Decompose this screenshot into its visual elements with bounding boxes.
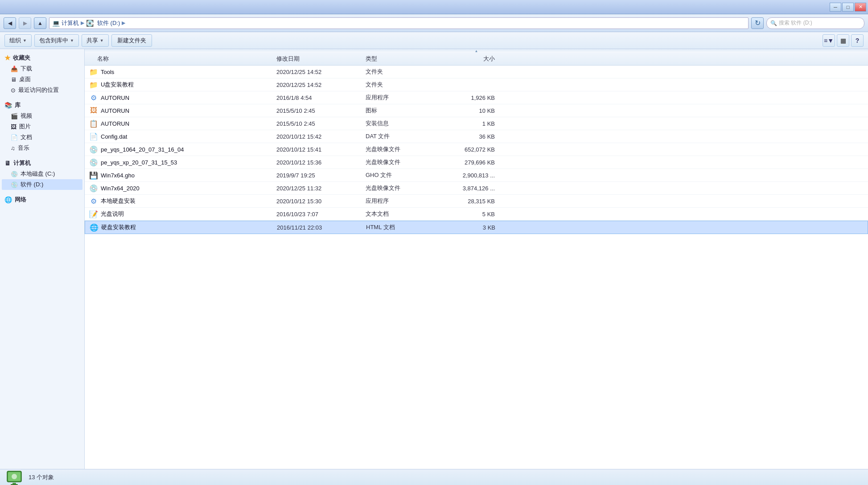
share-button[interactable]: 共享 ▼ bbox=[82, 34, 109, 47]
file-name: Tools bbox=[101, 69, 114, 75]
file-type: 应用程序 bbox=[366, 94, 446, 102]
table-row[interactable]: ⚙ 本地硬盘安装 2020/10/12 15:30 应用程序 28,315 KB bbox=[85, 195, 868, 208]
file-date: 2016/11/21 22:03 bbox=[277, 224, 366, 231]
organize-dropdown-icon: ▼ bbox=[23, 38, 27, 43]
table-row[interactable]: 📋 AUTORUN 2015/5/10 2:45 安装信息 1 KB bbox=[85, 117, 868, 130]
file-date: 2015/5/10 2:45 bbox=[276, 107, 366, 114]
status-app-icon bbox=[6, 469, 22, 485]
library-label: 库 bbox=[15, 101, 21, 109]
table-row[interactable]: 💿 Win7x64_2020 2020/12/25 11:32 光盘映像文件 3… bbox=[85, 182, 868, 195]
sidebar-item-image[interactable]: 🖼 图片 bbox=[2, 121, 82, 132]
col-header-type[interactable]: 类型 bbox=[366, 55, 446, 63]
video-icon: 🎬 bbox=[11, 113, 18, 119]
sidebar-section-title-library[interactable]: 📚 库 bbox=[2, 100, 82, 111]
file-size: 36 KB bbox=[446, 133, 504, 140]
search-bar[interactable]: 🔍 搜索 软件 (D:) bbox=[766, 17, 864, 29]
view-options-button[interactable]: ≡▼ bbox=[823, 34, 835, 47]
table-row[interactable]: 🖼 AUTORUN 2015/5/10 2:45 图标 10 KB bbox=[85, 104, 868, 117]
file-name: AUTORUN bbox=[101, 95, 129, 101]
table-row[interactable]: 💿 pe_yqs_1064_20_07_31_16_04 2020/10/12 … bbox=[85, 143, 868, 156]
scroll-indicator: ▲ bbox=[85, 49, 868, 53]
sidebar-item-download[interactable]: 📥 下载 bbox=[2, 63, 82, 74]
sidebar-item-disk-d[interactable]: 💿 软件 (D:) bbox=[2, 179, 82, 190]
breadcrumb-computer[interactable]: 计算机 bbox=[62, 19, 79, 27]
organize-label: 组织 bbox=[9, 37, 21, 45]
sidebar-item-desktop[interactable]: 🖥 桌面 bbox=[2, 74, 82, 85]
preview-pane-button[interactable]: ▦ bbox=[837, 34, 849, 47]
include-dropdown-icon: ▼ bbox=[70, 38, 74, 43]
file-icon: 📁 bbox=[89, 80, 98, 89]
file-type: 光盘映像文件 bbox=[366, 145, 446, 153]
file-type: 图标 bbox=[366, 107, 446, 115]
music-label: 音乐 bbox=[18, 144, 29, 152]
table-row[interactable]: 💿 pe_yqs_xp_20_07_31_15_53 2020/10/12 15… bbox=[85, 156, 868, 169]
file-name: AUTORUN bbox=[101, 120, 129, 127]
sidebar-item-video[interactable]: 🎬 视频 bbox=[2, 111, 82, 121]
back-button[interactable]: ◀ bbox=[4, 17, 16, 29]
file-icon: 💿 bbox=[89, 145, 98, 154]
file-type: 文件夹 bbox=[366, 68, 446, 76]
disk-d-icon: 💿 bbox=[11, 181, 18, 188]
file-date: 2019/9/7 19:25 bbox=[276, 172, 366, 179]
file-date: 2020/10/12 15:36 bbox=[276, 159, 366, 166]
organize-button[interactable]: 组织 ▼ bbox=[4, 34, 32, 47]
computer-icon: 💻 bbox=[52, 20, 60, 27]
doc-label: 文档 bbox=[21, 133, 32, 141]
table-row[interactable]: 📁 U盘安装教程 2020/12/25 14:52 文件夹 bbox=[85, 78, 868, 91]
table-row[interactable]: 🌐 硬盘安装教程 2016/11/21 22:03 HTML 文档 3 KB bbox=[85, 221, 868, 234]
col-header-date[interactable]: 修改日期 bbox=[276, 55, 366, 63]
help-button[interactable]: ? bbox=[851, 34, 864, 47]
share-label: 共享 bbox=[86, 37, 98, 45]
file-size: 28,315 KB bbox=[446, 198, 504, 205]
file-type: DAT 文件 bbox=[366, 132, 446, 140]
new-folder-label: 新建文件夹 bbox=[117, 37, 146, 45]
favorites-label: 收藏夹 bbox=[13, 54, 30, 62]
refresh-button[interactable]: ↻ bbox=[751, 17, 764, 29]
file-size: 10 KB bbox=[446, 107, 504, 114]
svg-point-2 bbox=[12, 474, 17, 479]
up-button[interactable]: ▲ bbox=[34, 17, 46, 29]
close-button[interactable]: ✕ bbox=[855, 3, 866, 12]
col-header-name[interactable]: 名称 bbox=[85, 55, 276, 63]
file-icon: 💿 bbox=[89, 184, 98, 193]
file-date: 2020/12/25 14:52 bbox=[276, 82, 366, 88]
file-date: 2020/10/12 15:42 bbox=[276, 133, 366, 140]
computer-label: 计算机 bbox=[13, 159, 31, 167]
file-size: 3 KB bbox=[446, 224, 504, 231]
table-row[interactable]: 📄 Config.dat 2020/10/12 15:42 DAT 文件 36 … bbox=[85, 130, 868, 143]
sidebar-section-title-computer[interactable]: 🖥 计算机 bbox=[2, 158, 82, 169]
file-icon: 📄 bbox=[89, 132, 98, 141]
sidebar-item-recent[interactable]: ⊙ 最近访问的位置 bbox=[2, 85, 82, 95]
search-icon: 🔍 bbox=[770, 20, 777, 26]
include-button[interactable]: 包含到库中 ▼ bbox=[34, 34, 79, 47]
file-size: 1 KB bbox=[446, 120, 504, 127]
forward-button[interactable]: ▶ bbox=[19, 17, 31, 29]
table-row[interactable]: 📝 光盘说明 2016/10/23 7:07 文本文档 5 KB bbox=[85, 208, 868, 221]
col-header-size[interactable]: 大小 bbox=[446, 55, 504, 63]
sidebar-section-title-network[interactable]: 🌐 网络 bbox=[2, 194, 82, 205]
sidebar-section-title-favorites[interactable]: ★ 收藏夹 bbox=[2, 53, 82, 63]
table-row[interactable]: 📁 Tools 2020/12/25 14:52 文件夹 bbox=[85, 66, 868, 78]
file-list-header: 名称 修改日期 类型 大小 bbox=[85, 53, 868, 66]
file-name: 光盘说明 bbox=[101, 210, 124, 218]
image-label: 图片 bbox=[19, 123, 31, 131]
file-date: 2016/10/23 7:07 bbox=[276, 211, 366, 218]
main-area: ★ 收藏夹 📥 下载 🖥 桌面 ⊙ 最近访问的位置 📚 库 � bbox=[0, 49, 868, 469]
sidebar-item-doc[interactable]: 📄 文档 bbox=[2, 132, 82, 143]
sidebar-item-music[interactable]: ♫ 音乐 bbox=[2, 143, 82, 153]
svg-rect-4 bbox=[11, 484, 18, 485]
maximize-button[interactable]: □ bbox=[842, 3, 854, 12]
table-row[interactable]: ⚙ AUTORUN 2016/1/8 4:54 应用程序 1,926 KB bbox=[85, 91, 868, 104]
toolbar: 组织 ▼ 包含到库中 ▼ 共享 ▼ 新建文件夹 ≡▼ ▦ ? bbox=[0, 32, 868, 49]
sidebar-item-disk-c[interactable]: 💿 本地磁盘 (C:) bbox=[2, 169, 82, 179]
file-size: 2,900,813 ... bbox=[446, 172, 504, 179]
video-label: 视频 bbox=[21, 112, 32, 120]
file-icon: 🌐 bbox=[90, 223, 99, 232]
title-bar-buttons: ─ □ ✕ bbox=[830, 3, 866, 12]
table-row[interactable]: 💾 Win7x64.gho 2019/9/7 19:25 GHO 文件 2,90… bbox=[85, 169, 868, 182]
file-name: AUTORUN bbox=[101, 107, 129, 114]
computer-sidebar-icon: 🖥 bbox=[4, 160, 11, 167]
new-folder-button[interactable]: 新建文件夹 bbox=[111, 34, 152, 47]
file-list: 📁 Tools 2020/12/25 14:52 文件夹 📁 U盘安装教程 20… bbox=[85, 66, 868, 234]
minimize-button[interactable]: ─ bbox=[830, 3, 841, 12]
